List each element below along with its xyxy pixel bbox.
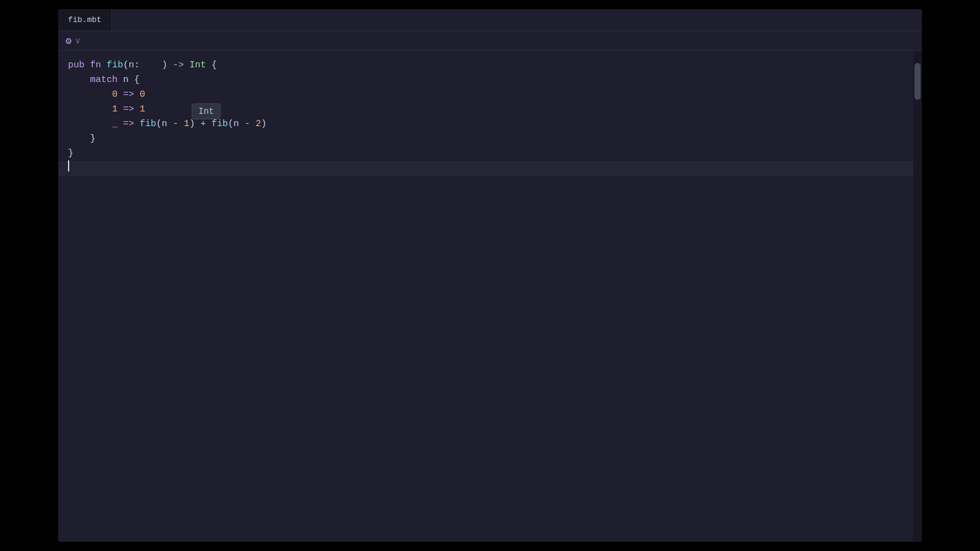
code-line-5: _ => fib(n - 1) + fib(n - 2)	[58, 117, 922, 132]
chevron-down-icon[interactable]: ∨	[75, 36, 80, 46]
code-line-1: pub fn fib(n: Int) -> Int {	[58, 58, 922, 73]
scrollbar-track[interactable]	[913, 51, 922, 542]
line-6-content: }	[68, 132, 96, 146]
code-line-4: 1 => 1	[58, 102, 922, 117]
editor-tab[interactable]: fib.mbt	[58, 9, 112, 31]
settings-icon: ⚙	[66, 35, 72, 47]
line-1-content: pub fn fib(n: Int) -> Int {	[68, 58, 217, 73]
line-4-content: 1 => 1	[68, 102, 145, 117]
tab-label: fib.mbt	[68, 15, 102, 24]
line-2-content: match n {	[68, 73, 140, 88]
code-line-3: 0 => 0	[58, 88, 922, 102]
code-line-7: }	[58, 146, 922, 161]
line-5-content: _ => fib(n - 1) + fib(n - 2)	[68, 117, 266, 132]
code-editor[interactable]: pub fn fib(n: Int) -> Int { match n { 0 …	[58, 51, 922, 542]
code-line-8	[58, 161, 922, 176]
tab-bar: fib.mbt	[58, 9, 922, 31]
code-line-6: }	[58, 132, 922, 146]
line-7-content: }	[68, 146, 74, 161]
line-3-content: 0 => 0	[68, 88, 145, 102]
breadcrumb-bar: ⚙ ∨	[58, 31, 922, 51]
text-cursor	[68, 160, 69, 171]
code-line-2: match n {	[58, 73, 922, 88]
editor-window: fib.mbt ⚙ ∨ pub fn fib(n: Int) -> Int { …	[58, 9, 922, 542]
scrollbar-thumb[interactable]	[914, 63, 921, 100]
